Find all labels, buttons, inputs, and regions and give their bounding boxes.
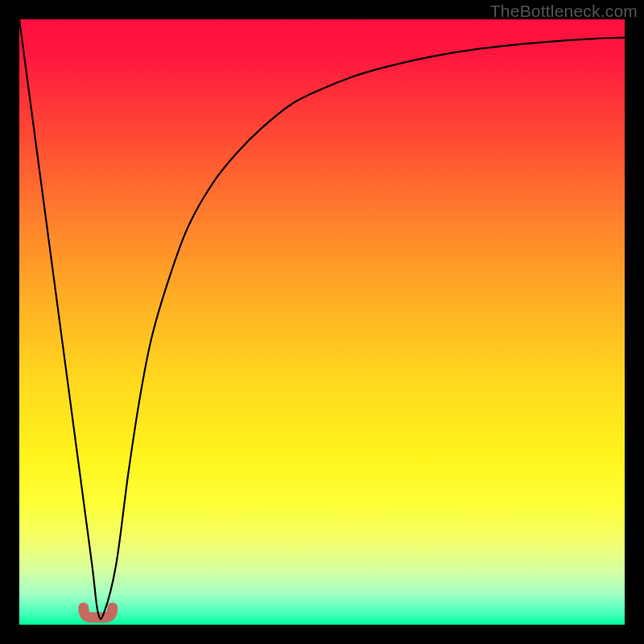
bottleneck-curve [19, 19, 625, 619]
watermark-text: TheBottleneck.com [490, 2, 638, 21]
chart-svg [19, 19, 625, 625]
chart-plot-area [19, 19, 625, 625]
